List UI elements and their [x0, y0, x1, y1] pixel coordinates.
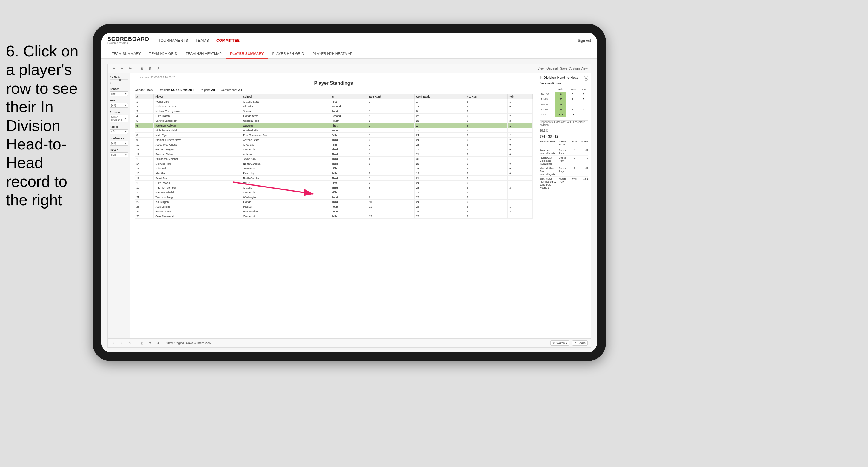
table-row[interactable]: 5 Christo Lamprecht Georgia Tech Fourth … — [135, 119, 532, 123]
table-row[interactable]: 25 Cole Sherwood Vanderbilt Fifth 12 23 … — [135, 214, 532, 219]
filter-conference-value[interactable]: (All) ▾ — [110, 141, 128, 146]
cell-yr: Second — [330, 114, 367, 119]
tab-team-h2h-grid[interactable]: TEAM H2H GRID — [145, 49, 182, 59]
cell-win: 1 — [508, 176, 532, 181]
table-row[interactable]: 17 David Ford North Carolina Third 1 21 … — [135, 176, 532, 181]
filter-division-value[interactable]: NCAA Division I ▾ — [110, 115, 128, 122]
cell-rank: 14 — [135, 161, 154, 166]
cell-rank: 13 — [135, 157, 154, 161]
report-container: ↩ ↩ ↪ ⊞ ⊕ ↺ View: Original Save Custom V… — [107, 64, 591, 348]
cell-rank: 25 — [135, 214, 154, 219]
nav-tournaments[interactable]: TOURNAMENTS — [158, 37, 188, 44]
filter-conference-label: Conference — [110, 137, 128, 140]
cell-yr: First — [330, 123, 367, 128]
redo-button-2[interactable]: ↪ — [127, 65, 133, 72]
table-row[interactable]: 7 Nicholas Gabrielck North Florida Fourt… — [135, 128, 532, 133]
cell-reg-rank: 10 — [367, 199, 414, 205]
tab-team-summary[interactable]: TEAM SUMMARY — [107, 49, 145, 59]
table-row[interactable]: 11 Gordon Sargent Vanderbilt Third 4 21 … — [135, 147, 532, 152]
table-row[interactable]: 22 Ian Gilligan Florida Third 10 24 6 1 — [135, 199, 532, 205]
th-pos: Pos — [571, 140, 578, 146]
nav-teams[interactable]: TEAMS — [195, 37, 209, 44]
cell-reg-rank: 1 — [367, 128, 414, 133]
h2h-tie: 1 — [579, 112, 588, 117]
nav-committee[interactable]: COMMITTEE — [216, 37, 240, 44]
table-row[interactable]: 19 Tiger Christensen Arizona Third 8 23 … — [135, 185, 532, 190]
table-row[interactable]: 6 Jackson Koivun Auburn First 1 1 6 1 — [135, 123, 532, 128]
tab-player-summary[interactable]: PLAYER SUMMARY — [226, 49, 268, 59]
table-row[interactable]: 2 Michael La Sasso Ole Miss Second 1 18 … — [135, 104, 532, 109]
cell-player: Nicholas Gabrielck — [154, 128, 242, 133]
tab-team-h2h-heatmap[interactable]: TEAM H2H HEATMAP — [182, 49, 226, 59]
table-row[interactable]: 15 Jake Hall Tennessee Fifth 1 23 6 0 — [135, 166, 532, 171]
share-icon: ↗ — [574, 341, 577, 345]
cell-win: 2 — [508, 185, 532, 190]
zoom-in-button[interactable]: ⊕ — [147, 65, 153, 72]
tablet-screen: SCOREBOARD Powered by clippi TOURNAMENTS… — [101, 33, 597, 352]
h2h-close-button[interactable]: ✕ — [584, 76, 588, 81]
filter-year-value[interactable]: (All) ▾ — [110, 103, 128, 108]
table-row[interactable]: 1 Wenyi Ding Arizona State First 1 1 6 1 — [135, 99, 532, 104]
cell-reg-rank: 1 — [367, 161, 414, 166]
table-body: 1 Wenyi Ding Arizona State First 1 1 6 1… — [135, 99, 532, 219]
cell-win: 0 — [508, 161, 532, 166]
bottom-redo1[interactable]: ↩ — [119, 340, 125, 346]
table-row[interactable]: 13 Phichaksn Maichon Texas A&M Third 6 3… — [135, 157, 532, 161]
save-custom-label[interactable]: Save Custom View — [560, 66, 588, 70]
table-row[interactable]: 24 Bastian Amat New Mexico Fourth 1 27 6… — [135, 209, 532, 214]
cell-win: 0 — [508, 152, 532, 157]
table-row[interactable]: 16 Alex Goff Kentucky Fifth 8 19 6 0 — [135, 171, 532, 176]
view-label[interactable]: View: Original — [166, 341, 185, 345]
share-button[interactable]: ↗ Share — [572, 340, 588, 346]
table-row[interactable]: 14 Maxwell Ford North Carolina Third 1 2… — [135, 161, 532, 166]
cell-reg-rank: 1 — [367, 166, 414, 171]
save-custom-view[interactable]: Save Custom View — [186, 341, 211, 345]
table-row[interactable]: 12 Brendan Valles Auburn Third 1 21 6 0 — [135, 152, 532, 157]
cell-rank: 20 — [135, 190, 154, 195]
table-row[interactable]: 4 Luke Claton Florida State Second 1 27 … — [135, 114, 532, 119]
bottom-redo2[interactable]: ↪ — [127, 340, 133, 346]
cell-reg-rank: 4 — [367, 147, 414, 152]
filter-no-rds-slider[interactable] — [110, 80, 128, 80]
bottom-zoom[interactable]: ⊕ — [147, 340, 153, 346]
table-row[interactable]: 21 Taehoon Song Washington Fourth 6 23 6… — [135, 195, 532, 199]
table-row[interactable]: 20 Matthew Riedel Vanderbilt Fifth 1 22 … — [135, 190, 532, 195]
cell-win: 0 — [508, 104, 532, 109]
logo-scoreboard: SCOREBOARD — [107, 36, 149, 42]
cell-conf-rank: 8 — [414, 109, 465, 114]
table-row[interactable]: 10 Jacob Mou Obese Arkansas Fifth 1 23 6… — [135, 142, 532, 147]
t-pos: 2 — [571, 156, 578, 165]
tab-player-h2h-heatmap[interactable]: PLAYER H2H HEATMAP — [308, 49, 357, 59]
cell-no-rds: 6 — [465, 185, 508, 190]
tab-player-h2h-grid[interactable]: PLAYER H2H GRID — [268, 49, 308, 59]
filter-gender-value[interactable]: Men ▾ — [110, 91, 128, 96]
undo-button[interactable]: ↩ — [111, 65, 117, 72]
h2h-tournaments: Tournament Event Type Pos Score Amer Ari… — [540, 140, 588, 190]
table-row[interactable]: 18 Luke Powell UCLA First 4 24 6 1 — [135, 181, 532, 185]
cell-reg-rank: 8 — [367, 171, 414, 176]
filter-region-value[interactable]: N/A ▾ — [110, 129, 128, 134]
bottom-refresh[interactable]: ↺ — [155, 340, 161, 346]
cell-school: East Tennessee State — [242, 133, 330, 137]
cell-reg-rank: 11 — [367, 205, 414, 209]
table-row[interactable]: 3 Michael Thorbjornsen Stanford Fourth 1… — [135, 109, 532, 114]
bottom-undo[interactable]: ↩ — [111, 340, 117, 346]
tournament-row: Amer Ari Intercollegiate Stroke Play 4 -… — [540, 148, 588, 156]
refresh-button[interactable]: ↺ — [155, 65, 161, 72]
h2h-win: 46 — [556, 107, 566, 112]
table-row[interactable]: 9 Preston Summerhays Arizona State Third… — [135, 137, 532, 142]
filter-division-chevron: ▾ — [125, 117, 127, 120]
sign-out-button[interactable]: Sign out — [578, 38, 591, 43]
table-row[interactable]: 8 Mats Ege East Tennessee State Fifth 1 … — [135, 133, 532, 137]
cell-yr: Third — [330, 185, 367, 190]
view-original-label[interactable]: View: Original — [537, 66, 558, 70]
redo-button-1[interactable]: ↩ — [119, 65, 125, 72]
bottom-fit[interactable]: ⊞ — [138, 340, 145, 346]
cell-player: Taehoon Song — [154, 195, 242, 199]
cell-rank: 10 — [135, 142, 154, 147]
table-row[interactable]: 23 Jack Lundin Missouri Fourth 11 24 6 1 — [135, 205, 532, 209]
filter-player-value[interactable]: (All) ▾ — [110, 153, 128, 157]
fit-button[interactable]: ⊞ — [138, 65, 145, 72]
watch-button[interactable]: 👁 Watch ▾ — [550, 340, 569, 346]
h2h-col-tie: Tie — [579, 87, 588, 92]
